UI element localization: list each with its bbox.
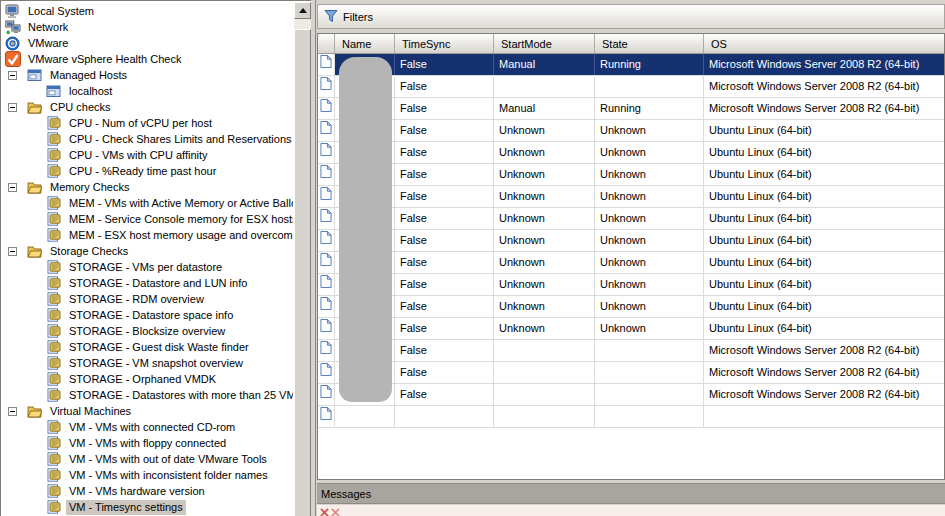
row-selector-cell[interactable] xyxy=(318,208,335,229)
tree-item-vm-vms-with-out-of-date-vmware-tools[interactable]: VM - VMs with out of date VMware Tools xyxy=(1,451,293,467)
row-selector-cell[interactable] xyxy=(318,318,335,339)
row-selector-cell[interactable] xyxy=(318,384,335,405)
column-header-os[interactable]: OS xyxy=(704,34,944,53)
column-header-state[interactable]: State xyxy=(595,34,704,53)
document-icon xyxy=(320,208,332,229)
results-panel: Filters NameTimeSyncStartModeStateOS Fal… xyxy=(315,0,945,516)
table-row[interactable]: FalseUnknownUnknownUbuntu Linux (64-bit) xyxy=(318,120,944,142)
row-selector-cell[interactable] xyxy=(318,274,335,295)
tree-item-storage-vms-per-datastore[interactable]: STORAGE - VMs per datastore xyxy=(1,259,293,275)
row-selector-cell[interactable] xyxy=(318,340,335,361)
row-selector-cell[interactable] xyxy=(318,362,335,383)
tree-item-vm-vms-with-connected-cd-rom[interactable]: VM - VMs with connected CD-rom xyxy=(1,419,293,435)
column-header-name[interactable]: Name xyxy=(335,34,395,53)
tree-item-storage-blocksize-overview[interactable]: STORAGE - Blocksize overview xyxy=(1,323,293,339)
collapse-toggle-icon[interactable] xyxy=(8,103,17,112)
scrollbar-thumb[interactable] xyxy=(294,29,311,516)
tree-item-vm-timesync-settings[interactable]: VM - Timesync settings xyxy=(1,499,293,515)
row-selector-cell[interactable] xyxy=(318,142,335,163)
table-row[interactable]: FalseUnknownUnknownUbuntu Linux (64-bit) xyxy=(318,274,944,296)
redaction-blob xyxy=(339,57,392,402)
tree-item-local-system[interactable]: Local System xyxy=(1,3,293,19)
table-row[interactable]: FalseUnknownUnknownUbuntu Linux (64-bit) xyxy=(318,164,944,186)
tree-item-cpu-vms-with-cpu-affinity[interactable]: CPU - VMs with CPU affinity xyxy=(1,147,293,163)
tree-item-cpu-checks[interactable]: CPU checks xyxy=(1,99,293,115)
table-row[interactable]: FalseUnknownUnknownUbuntu Linux (64-bit) xyxy=(318,252,944,274)
tree-item-storage-rdm-overview[interactable]: STORAGE - RDM overview xyxy=(1,291,293,307)
tree-item-label: VM - VMs with floppy connected xyxy=(66,436,229,451)
vm-results-table: NameTimeSyncStartModeStateOS FalseManual… xyxy=(317,33,945,480)
scroll-up-button[interactable] xyxy=(294,2,311,19)
tree-item-storage-orphaned-vmdk[interactable]: STORAGE - Orphaned VMDK xyxy=(1,371,293,387)
tree-item-storage-vm-snapshot-overview[interactable]: STORAGE - VM snapshot overview xyxy=(1,355,293,371)
tree-vertical-scrollbar[interactable] xyxy=(294,2,311,516)
tree-item-storage-datastores-with-more-than-25-vms[interactable]: STORAGE - Datastores with more than 25 V… xyxy=(1,387,293,403)
row-selector-cell[interactable] xyxy=(318,186,335,207)
column-header-startmode[interactable]: StartMode xyxy=(494,34,595,53)
collapse-toggle-icon[interactable] xyxy=(8,407,17,416)
tree-item-memory-checks[interactable]: Memory Checks xyxy=(1,179,293,195)
tree-item-mem-service-console-memory-for-esx-hosts-n[interactable]: MEM - Service Console memory for ESX hos… xyxy=(1,211,293,227)
filters-bar[interactable]: Filters xyxy=(317,4,945,29)
table-row[interactable]: FalseUnknownUnknownUbuntu Linux (64-bit) xyxy=(318,318,944,340)
cell-state: Unknown xyxy=(595,186,704,207)
tree-item-cpu-num-of-vcpu-per-host[interactable]: CPU - Num of vCPU per host xyxy=(1,115,293,131)
tree-item-localhost[interactable]: localhost xyxy=(1,83,293,99)
table-row[interactable]: FalseMicrosoft Windows Server 2008 R2 (6… xyxy=(318,384,944,406)
table-row[interactable]: FalseManualRunningMicrosoft Windows Serv… xyxy=(318,98,944,120)
tree-item-network[interactable]: Network xyxy=(1,19,293,35)
cell-os: Microsoft Windows Server 2008 R2 (64-bit… xyxy=(704,362,944,383)
tree-item-vmware[interactable]: VMware xyxy=(1,35,293,51)
tree-item-vmware-vsphere-health-check[interactable]: VMware vSphere Health Check xyxy=(1,51,293,67)
tree-item-cpu-ready-time-past-hour[interactable]: CPU - %Ready time past hour xyxy=(1,163,293,179)
cell-state xyxy=(595,340,704,361)
table-row[interactable]: FalseUnknownUnknownUbuntu Linux (64-bit) xyxy=(318,230,944,252)
row-selector-cell[interactable] xyxy=(318,296,335,317)
document-icon xyxy=(320,340,332,361)
row-selector-cell[interactable] xyxy=(318,164,335,185)
tree-item-storage-datastore-and-lun-info[interactable]: STORAGE - Datastore and LUN info xyxy=(1,275,293,291)
table-row[interactable]: FalseMicrosoft Windows Server 2008 R2 (6… xyxy=(318,76,944,98)
tree-item-vm-vms-hardware-version[interactable]: VM - VMs hardware version xyxy=(1,483,293,499)
cell-os: Ubuntu Linux (64-bit) xyxy=(704,318,944,339)
row-selector-cell[interactable] xyxy=(318,98,335,119)
cell-state xyxy=(595,76,704,97)
tree-item-label: STORAGE - Blocksize overview xyxy=(66,324,228,339)
cell-os: Ubuntu Linux (64-bit) xyxy=(704,296,944,317)
table-row[interactable]: FalseMicrosoft Windows Server 2008 R2 (6… xyxy=(318,362,944,384)
row-selector-cell[interactable] xyxy=(318,120,335,141)
host-icon xyxy=(26,67,43,83)
row-selector-cell[interactable] xyxy=(318,54,335,75)
row-selector-cell[interactable] xyxy=(318,76,335,97)
row-selector-cell[interactable] xyxy=(318,252,335,273)
table-row[interactable]: FalseUnknownUnknownUbuntu Linux (64-bit) xyxy=(318,142,944,164)
tree-item-virtual-machines[interactable]: Virtual Machines xyxy=(1,403,293,419)
collapse-toggle-icon[interactable] xyxy=(8,183,17,192)
table-row[interactable]: FalseUnknownUnknownUbuntu Linux (64-bit) xyxy=(318,208,944,230)
tree-item-vm-vms-with-inconsistent-folder-names[interactable]: VM - VMs with inconsistent folder names xyxy=(1,467,293,483)
tree-item-label: STORAGE - Datastores with more than 25 V… xyxy=(66,388,293,403)
collapse-toggle-icon[interactable] xyxy=(8,71,17,80)
tree-item-mem-esx-host-memory-usage-and-overcommit[interactable]: MEM - ESX host memory usage and overcomm… xyxy=(1,227,293,243)
table-row[interactable]: FalseUnknownUnknownUbuntu Linux (64-bit) xyxy=(318,296,944,318)
tree-item-cpu-check-shares-limits-and-reservations[interactable]: CPU - Check Shares Limits and Reservatio… xyxy=(1,131,293,147)
vsphere-health-check-window: Local SystemNetworkVMwareVMware vSphere … xyxy=(0,0,945,516)
tree-item-vm-vms-with-floppy-connected[interactable]: VM - VMs with floppy connected xyxy=(1,435,293,451)
message-row-partial[interactable] xyxy=(317,505,945,516)
table-row[interactable] xyxy=(318,406,944,428)
tree-item-mem-vms-with-active-memory-or-active-balloon[interactable]: MEM - VMs with Active Memory or Active B… xyxy=(1,195,293,211)
tree-item-storage-checks[interactable]: Storage Checks xyxy=(1,243,293,259)
collapse-toggle-icon[interactable] xyxy=(8,247,17,256)
tree-item-storage-guest-disk-waste-finder[interactable]: STORAGE - Guest disk Waste finder xyxy=(1,339,293,355)
column-header-timesync[interactable]: TimeSync xyxy=(395,34,494,53)
row-selector-cell[interactable] xyxy=(318,230,335,251)
cell-startmode: Unknown xyxy=(494,120,595,141)
tree-item-managed-hosts[interactable]: Managed Hosts xyxy=(1,67,293,83)
tree-item-storage-datastore-space-info[interactable]: STORAGE - Datastore space info xyxy=(1,307,293,323)
table-row[interactable]: FalseMicrosoft Windows Server 2008 R2 (6… xyxy=(318,340,944,362)
table-row[interactable]: FalseUnknownUnknownUbuntu Linux (64-bit) xyxy=(318,186,944,208)
table-row[interactable]: FalseManualRunningMicrosoft Windows Serv… xyxy=(318,54,944,76)
document-icon xyxy=(320,296,332,317)
cell-state: Running xyxy=(595,98,704,119)
row-selector-cell[interactable] xyxy=(318,406,335,427)
